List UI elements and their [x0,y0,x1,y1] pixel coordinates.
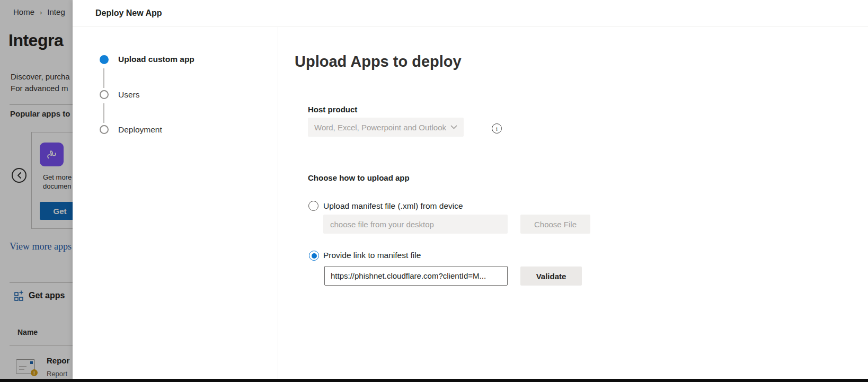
radio-upload-manifest-file[interactable] [308,201,318,211]
validate-button[interactable]: Validate [520,266,582,286]
choose-upload-heading: Choose how to upload app [308,173,410,182]
manifest-link-input[interactable] [324,266,508,286]
radio-provide-link[interactable] [309,251,319,261]
deploy-new-app-dialog: Deploy New App Upload custom app Users D… [73,0,868,379]
step-connector [103,68,104,88]
info-icon[interactable]: i [492,123,502,134]
manifest-file-input[interactable] [323,215,508,234]
step-indicator [100,125,109,134]
host-product-value: Word, Excel, Powerpoint and Outlook [314,123,450,132]
upload-manifest-option-label[interactable]: Upload manifest file (.xml) from device [323,201,463,211]
step-connector [103,103,104,123]
dialog-title: Deploy New App [95,8,162,18]
screen: Home›Integ Integra Discover, purcha For … [0,0,868,382]
host-product-label: Host product [308,105,357,114]
form-heading: Upload Apps to deploy [295,53,462,70]
wizard-stepper: Upload custom app Users Deployment [73,27,278,379]
host-product-dropdown[interactable]: Word, Excel, Powerpoint and Outlook [308,118,464,137]
bottom-edge-bar [0,379,868,382]
choose-file-button[interactable]: Choose File [520,215,590,234]
divider [278,27,278,379]
step-indicator [100,90,109,99]
step-users[interactable]: Users [118,90,139,100]
step-indicator-active [100,55,109,64]
step-deployment[interactable]: Deployment [118,125,162,135]
chevron-down-icon [450,125,457,129]
step-upload-custom-app[interactable]: Upload custom app [118,55,194,64]
provide-link-option-label[interactable]: Provide link to manifest file [323,251,421,260]
